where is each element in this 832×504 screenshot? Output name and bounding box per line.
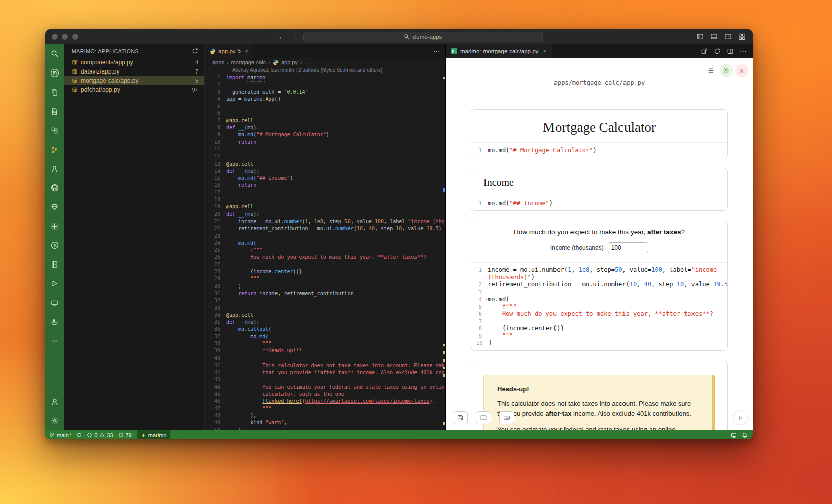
breadcrumb-separator: ›	[227, 59, 229, 65]
sidebar-item-dataviz[interactable]: dataviz/app.py 7	[64, 67, 204, 76]
bell-icon[interactable]	[742, 432, 748, 438]
refresh-icon[interactable]	[192, 48, 198, 54]
income-input-label: income (thousands)	[550, 244, 603, 251]
tab-close-icon[interactable]: ×	[245, 48, 248, 55]
sidebar-header: MARIMO: APPLICATIONS	[64, 44, 204, 58]
sync-status[interactable]	[76, 430, 82, 439]
activity-run-icon[interactable]	[45, 274, 64, 293]
run-cell-button[interactable]	[733, 410, 748, 425]
traffic-lights	[45, 34, 78, 40]
reload-icon[interactable]	[714, 48, 721, 55]
problem-count-badge: 4	[195, 59, 198, 65]
menu-icon[interactable]	[704, 64, 717, 77]
callout-paragraph-1: This calculator does not take taxes into…	[497, 399, 699, 419]
titlebar: ← → demo-apps	[45, 29, 753, 44]
activity-search-icon[interactable]	[45, 44, 64, 63]
income-heading: Income	[471, 168, 727, 196]
cell-card-title[interactable]: Mortgage Calculator 1mo.md("# Mortgage C…	[471, 109, 728, 158]
activity-explorer-icon[interactable]	[45, 83, 64, 102]
nav-forward-icon[interactable]: →	[290, 33, 299, 41]
marimo-webview: × apps/mortgage-calc/app.py Mortgage Cal…	[446, 58, 753, 430]
nav-back-icon[interactable]: ←	[277, 33, 286, 41]
sidebar-title: MARIMO: APPLICATIONS	[72, 48, 139, 54]
cell-card-income[interactable]: Income 1mo.md("## Income")	[471, 168, 728, 211]
breadcrumb[interactable]: apps › mortgage-calc › app.py › …	[205, 58, 445, 66]
cell-code[interactable]: 1income = mo.ui.number(1, 1e8, step=50, …	[471, 262, 727, 350]
app-file-icon	[72, 78, 78, 84]
command-center-search[interactable]: demo-apps	[303, 32, 543, 42]
account-icon[interactable]	[45, 392, 64, 411]
activity-doc-search-icon[interactable]	[45, 102, 64, 121]
layout-controls	[696, 33, 753, 40]
sidebar-marimo-applications: MARIMO: APPLICATIONS components/app.py 4…	[64, 44, 205, 430]
activity-play-circle-icon[interactable]	[45, 236, 64, 255]
cell-code[interactable]: 1mo.md("# Mortgage Calculator")	[471, 142, 727, 158]
activity-test-beaker-icon[interactable]	[45, 159, 64, 178]
activity-gem-icon[interactable]	[45, 197, 64, 217]
tab-problem-badge: 5	[238, 48, 241, 54]
keyboard-icon[interactable]	[499, 411, 514, 424]
vscode-window: ← → demo-apps	[45, 29, 753, 439]
breadcrumb-symbol[interactable]: …	[305, 59, 310, 65]
activity-marimo-icon[interactable]	[45, 63, 64, 83]
app-file-path: apps/mortgage-calc/app.py	[446, 79, 753, 86]
activity-pipeline-icon[interactable]	[45, 140, 64, 159]
app-file-icon	[72, 59, 78, 65]
git-branch-status[interactable]: main*	[49, 430, 71, 439]
tab-label: app.py	[218, 48, 236, 54]
overview-ruler[interactable]	[442, 74, 445, 430]
sidebar-item-pdfchat[interactable]: pdfchat/app.py 9+	[64, 85, 204, 94]
settings-gear-icon[interactable]	[45, 411, 64, 430]
sidebar-item-mortgage-calc[interactable]: mortgage-calc/app.py 5	[64, 76, 204, 85]
editor-more-actions-icon[interactable]: ⋯	[433, 47, 445, 55]
webview-tabbar: marimo: mortgage-calc/app.py × ⋯	[446, 44, 753, 58]
warning-count: 33	[107, 432, 113, 438]
code-editor[interactable]: 1import marimo23__generated_with = "0.0.…	[205, 74, 445, 430]
close-window-button[interactable]	[52, 34, 58, 40]
app-settings-gear-icon[interactable]	[720, 64, 733, 77]
open-external-icon[interactable]	[701, 48, 708, 55]
tab-app-py[interactable]: app.py 5 ×	[205, 44, 253, 58]
toggle-sidebar-icon[interactable]	[696, 33, 704, 40]
toggle-secondary-sidebar-icon[interactable]	[724, 33, 732, 40]
activity-github-icon[interactable]	[45, 178, 64, 197]
app-close-icon[interactable]: ×	[735, 64, 748, 77]
editor-group: app.py 5 × ⋯ apps › mortgage-calc › app.…	[205, 44, 446, 430]
circle-icon	[118, 432, 124, 438]
file-label: mortgage-calc/app.py	[81, 77, 138, 84]
editor-tabbar: app.py 5 × ⋯	[205, 44, 445, 58]
income-input[interactable]	[608, 242, 648, 253]
extra-status[interactable]: 79	[118, 430, 132, 439]
tab-close-icon[interactable]: ×	[543, 48, 546, 55]
customize-layout-icon[interactable]	[738, 33, 746, 40]
callout-paragraph-2: You can estimate your federal and state …	[497, 425, 699, 430]
marimo-status[interactable]: marimo	[137, 430, 171, 439]
problems-status[interactable]: 0 33	[87, 430, 113, 439]
breadcrumb-mortgage-calc[interactable]: mortgage-calc	[231, 59, 266, 65]
breadcrumb-apps[interactable]: apps	[212, 59, 224, 65]
toggle-panel-icon[interactable]	[710, 33, 718, 40]
minimize-window-button[interactable]	[62, 34, 68, 40]
screencast-icon[interactable]	[731, 432, 737, 438]
webview-editor-group: marimo: mortgage-calc/app.py × ⋯ ×	[446, 44, 753, 430]
cell-code[interactable]: 1mo.md("## Income")	[471, 196, 727, 211]
more-actions-icon[interactable]: ⋯	[740, 47, 747, 55]
cell-card-form[interactable]: How much do you expect to make this year…	[471, 221, 728, 351]
branch-name: main*	[57, 432, 71, 438]
errors-icon	[87, 432, 92, 438]
split-editor-icon[interactable]	[727, 48, 734, 55]
activity-more-icon[interactable]	[45, 331, 64, 350]
activity-devices-icon[interactable]	[45, 293, 64, 312]
window-icon[interactable]	[476, 411, 491, 424]
tab-marimo-webview[interactable]: marimo: mortgage-calc/app.py ×	[446, 44, 552, 58]
activity-components-icon[interactable]	[45, 121, 64, 140]
activity-notebook-icon[interactable]	[45, 255, 64, 274]
file-label: pdfchat/app.py	[81, 86, 120, 93]
breadcrumb-app-py[interactable]: app.py	[281, 59, 298, 65]
sidebar-item-components[interactable]: components/app.py 4	[64, 58, 204, 67]
activity-grid-icon[interactable]	[45, 217, 64, 236]
search-icon	[404, 34, 410, 40]
save-icon[interactable]	[453, 411, 468, 424]
zoom-window-button[interactable]	[72, 34, 78, 40]
activity-docker-icon[interactable]	[45, 312, 64, 331]
